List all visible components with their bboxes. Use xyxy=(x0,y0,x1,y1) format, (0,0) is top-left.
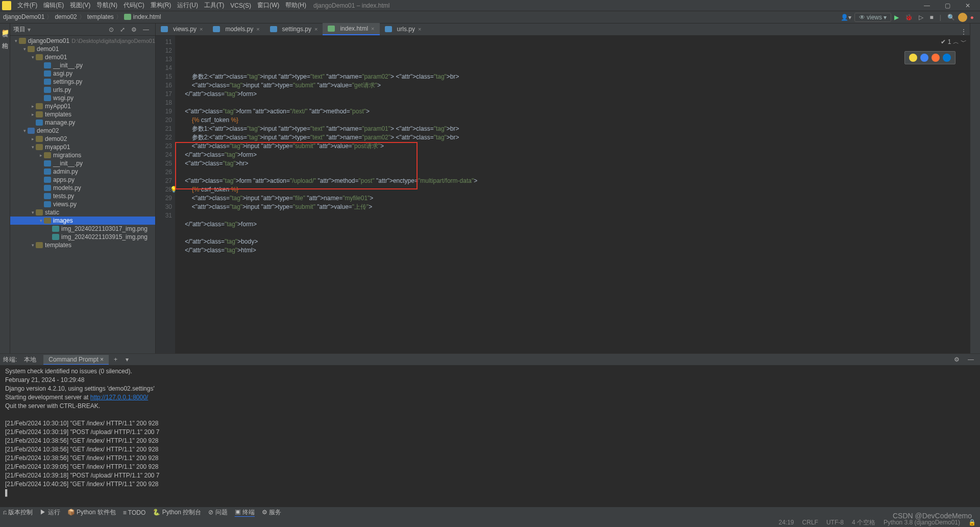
search-button[interactable]: 🔍 xyxy=(944,14,958,21)
menu-item[interactable]: 代码(C) xyxy=(120,1,148,10)
tree-row[interactable]: ▾myapp01 xyxy=(10,143,155,151)
tree-row[interactable]: asgi.py xyxy=(10,69,155,78)
editor-tabs-more-icon[interactable]: ⋮ xyxy=(958,28,970,35)
tree-arrow-icon[interactable]: ▾ xyxy=(30,55,36,60)
editor-tab[interactable]: urls.py× xyxy=(380,23,427,35)
tree-row[interactable]: __init__.py xyxy=(10,159,155,167)
tree-arrow-icon[interactable]: ▸ xyxy=(30,112,36,117)
tree-row[interactable]: models.py xyxy=(10,184,155,192)
menu-item[interactable]: 重构(R) xyxy=(148,1,175,10)
tree-row[interactable]: views.py xyxy=(10,200,155,208)
run-button[interactable]: ▶ xyxy=(891,14,902,21)
debug-button[interactable]: 🐞 xyxy=(902,14,916,21)
run-with-coverage-button[interactable]: ▷ xyxy=(916,14,926,21)
tree-row[interactable]: ▾demo01 xyxy=(10,45,155,53)
tree-row[interactable]: admin.py xyxy=(10,167,155,176)
terminal-tab-cmd[interactable]: Command Prompt × xyxy=(43,355,109,365)
editor-tab[interactable]: views.py× xyxy=(156,23,208,35)
menu-item[interactable]: 工具(T) xyxy=(201,1,227,10)
breadcrumb-item[interactable]: djangoDemo01 xyxy=(3,13,44,20)
tree-row[interactable]: img_20240221103017_img.png xyxy=(10,225,155,233)
tree-row[interactable]: ▾static xyxy=(10,208,155,217)
tree-arrow-icon[interactable]: ▾ xyxy=(21,128,28,133)
bottom-tool-服务[interactable]: ⚙ 服务 xyxy=(262,508,281,517)
tree-arrow-icon[interactable]: ▾ xyxy=(30,243,36,248)
tree-row[interactable]: __init__.py xyxy=(10,61,155,69)
bottom-tool-终端[interactable]: ▣ 终端 xyxy=(235,508,255,517)
close-tab-icon[interactable]: × xyxy=(256,26,259,32)
tree-arrow-icon[interactable]: ▾ xyxy=(30,145,36,150)
project-hide-icon[interactable]: — xyxy=(140,26,152,33)
status-cursor-pos[interactable]: 24:19 xyxy=(779,519,794,526)
tree-row[interactable]: ▾templates xyxy=(10,241,155,249)
terminal-tab-dropdown-icon[interactable]: ▾ xyxy=(122,356,132,363)
editor-tab[interactable]: settings.py× xyxy=(265,23,323,35)
editor-tab[interactable]: models.py× xyxy=(208,23,264,35)
window-minimize-button[interactable]: — xyxy=(917,2,937,9)
close-tab-icon[interactable]: × xyxy=(314,26,317,32)
tree-row[interactable]: ▸templates xyxy=(10,110,155,118)
tree-row[interactable]: manage.py xyxy=(10,118,155,127)
bottom-tool-Python 软件包[interactable]: 📦 Python 软件包 xyxy=(67,508,116,517)
bottom-tool-TODO[interactable]: ≡ TODO xyxy=(123,509,146,516)
menu-item[interactable]: 导航(N) xyxy=(93,1,120,10)
tree-row[interactable]: ▾images xyxy=(10,217,155,225)
close-tab-icon[interactable]: × xyxy=(418,26,421,32)
bottom-tool-问题[interactable]: ⊘ 问题 xyxy=(208,508,227,517)
tree-row[interactable]: ▸demo02 xyxy=(10,135,155,143)
bottom-tool-Python 控制台[interactable]: 🐍 Python 控制台 xyxy=(153,508,201,517)
pycharm-browser-icon[interactable] xyxy=(909,54,917,62)
breadcrumb[interactable]: djangoDemo01〉demo02〉templates〉index.html xyxy=(3,13,161,21)
status-interpreter[interactable]: Python 3.8 (djangoDemo01) xyxy=(884,519,960,526)
tree-row[interactable]: urls.py xyxy=(10,86,155,94)
menu-item[interactable]: 文件(F) xyxy=(14,1,40,10)
user-icon[interactable]: 👤▾ xyxy=(838,14,854,21)
menu-item[interactable]: 帮助(H) xyxy=(282,1,309,10)
window-maximize-button[interactable]: ▢ xyxy=(937,2,958,9)
project-expand-icon[interactable]: ⤢ xyxy=(117,26,128,33)
tree-row[interactable]: ▾demo02 xyxy=(10,127,155,135)
stop-button[interactable]: ■ xyxy=(926,14,936,21)
tree-row[interactable]: ▸myApp01 xyxy=(10,102,155,110)
settings-icon[interactable]: ● xyxy=(967,14,977,21)
window-close-button[interactable]: ✕ xyxy=(958,2,978,9)
terminal-tab-local[interactable]: 本地 xyxy=(19,354,41,365)
breadcrumb-item[interactable]: index.html xyxy=(133,13,161,20)
tree-arrow-icon[interactable]: ▸ xyxy=(30,136,36,141)
tree-row[interactable]: ▾demo01 xyxy=(10,53,155,61)
tree-row[interactable]: ▾djangoDemo01D:\Desktop\digital\djangoDe… xyxy=(10,37,155,45)
terminal-hide-icon[interactable]: — xyxy=(965,356,977,363)
menu-item[interactable]: 窗口(W) xyxy=(254,1,282,10)
menu-item[interactable]: 视图(V) xyxy=(67,1,93,10)
tree-arrow-icon[interactable]: ▸ xyxy=(38,153,44,158)
close-tab-icon[interactable]: × xyxy=(200,26,203,32)
server-url-link[interactable]: http://127.0.0.1:8000/ xyxy=(90,394,148,401)
firefox-icon[interactable] xyxy=(932,54,940,62)
close-tab-icon[interactable]: × xyxy=(371,26,374,32)
avatar-icon[interactable] xyxy=(958,13,967,22)
terminal-settings-icon[interactable]: ⚙ xyxy=(951,356,963,363)
status-line-sep[interactable]: CRLF xyxy=(802,519,818,526)
menu-item[interactable]: VCS(S) xyxy=(227,2,254,9)
terminal-output[interactable]: System check identified no issues (0 sil… xyxy=(0,365,980,507)
tree-row[interactable]: apps.py xyxy=(10,176,155,184)
bottom-tool-运行[interactable]: ▶ 运行 xyxy=(40,508,60,517)
status-indent[interactable]: 4 个空格 xyxy=(852,518,875,527)
edge-icon[interactable] xyxy=(943,54,951,62)
breadcrumb-item[interactable]: templates xyxy=(87,13,114,20)
tree-arrow-icon[interactable]: ▾ xyxy=(21,46,28,52)
editor-tab[interactable]: index.html× xyxy=(323,23,379,35)
project-gear-icon[interactable]: ⚙ xyxy=(128,26,140,33)
menu-item[interactable]: 运行(U) xyxy=(174,1,201,10)
tree-arrow-icon[interactable]: ▾ xyxy=(13,38,19,43)
chrome-icon[interactable] xyxy=(920,54,928,62)
tree-row[interactable]: img_20240221103915_img.png xyxy=(10,233,155,241)
breadcrumb-item[interactable]: demo02 xyxy=(55,13,77,20)
run-config-selector[interactable]: 👁 views ▾ xyxy=(854,13,892,22)
status-lock-icon[interactable]: 🔒 xyxy=(968,519,976,526)
tree-arrow-icon[interactable]: ▸ xyxy=(30,104,36,109)
bottom-tool-版本控制[interactable]: ⎌ 版本控制 xyxy=(3,508,33,517)
tree-row[interactable]: wsgi.py xyxy=(10,94,155,102)
status-encoding[interactable]: UTF-8 xyxy=(826,519,844,526)
tree-row[interactable]: ▸migrations xyxy=(10,151,155,159)
